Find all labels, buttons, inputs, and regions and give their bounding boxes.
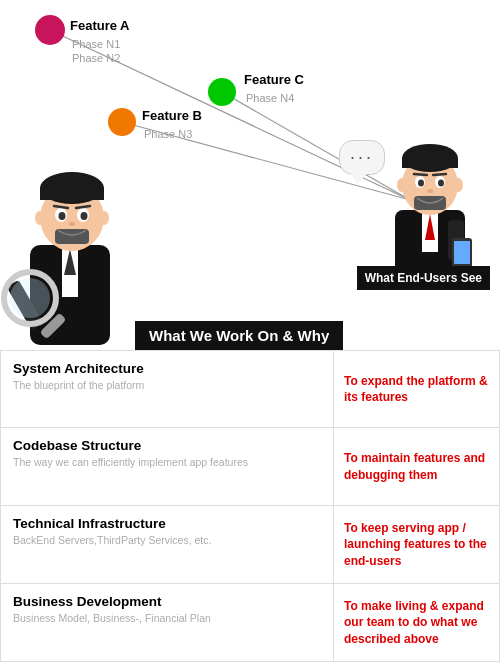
feature-a-phase2: Phase N2 [72, 52, 120, 64]
svg-point-29 [99, 211, 109, 225]
banner-work: What We Work On & Why [135, 321, 343, 350]
row-left: Codebase Structure The way we can effici… [1, 428, 334, 505]
row-right-text: To keep serving app / launching features… [344, 520, 489, 569]
row-left: Business Development Business Model, Bus… [1, 584, 334, 661]
feature-b-phase: Phase N3 [144, 128, 192, 140]
row-left: System Architecture The blueprint of the… [1, 351, 334, 427]
banner-end-users: What End-Users See [357, 266, 490, 290]
row-title: Technical Infrastructure [13, 516, 321, 531]
row-sub: The blueprint of the platform [13, 379, 321, 391]
feature-b-label: Feature B [142, 108, 202, 123]
svg-rect-27 [40, 188, 104, 200]
svg-rect-21 [454, 241, 470, 264]
row-sub: BackEnd Servers,ThirdParty Services, etc… [13, 534, 321, 546]
diagram-area: Feature A Phase N1 Phase N2 Feature B Ph… [0, 0, 500, 350]
row-right-text: To make living & expand our team to do w… [344, 598, 489, 647]
feature-a-phase1: Phase N1 [72, 38, 120, 50]
row-right: To expand the platform & its features [334, 351, 499, 427]
table-row: Codebase Structure The way we can effici… [0, 428, 500, 506]
table-row: Technical Infrastructure BackEnd Servers… [0, 506, 500, 584]
row-right-text: To maintain features and debugging them [344, 450, 489, 482]
table-row: System Architecture The blueprint of the… [0, 350, 500, 428]
info-table: System Architecture The blueprint of the… [0, 350, 500, 662]
row-left: Technical Infrastructure BackEnd Servers… [1, 506, 334, 583]
svg-point-10 [453, 178, 463, 192]
feature-b-dot [108, 108, 136, 136]
svg-point-17 [427, 189, 433, 193]
svg-point-28 [35, 211, 45, 225]
svg-rect-8 [402, 158, 458, 168]
feature-c-label: Feature C [244, 72, 304, 87]
row-title: Codebase Structure [13, 438, 321, 453]
feature-a-dot [35, 15, 65, 45]
svg-point-36 [69, 222, 75, 226]
svg-point-40 [10, 278, 50, 318]
svg-point-14 [438, 180, 444, 187]
row-right: To keep serving app / launching features… [334, 506, 499, 583]
row-title: System Architecture [13, 361, 321, 376]
feature-c-dot [208, 78, 236, 106]
row-right: To maintain features and debugging them [334, 428, 499, 505]
svg-point-13 [418, 180, 424, 187]
svg-point-33 [81, 212, 88, 220]
feature-c-phase: Phase N4 [246, 92, 294, 104]
svg-line-15 [414, 174, 427, 175]
svg-point-32 [59, 212, 66, 220]
row-right-text: To expand the platform & its features [344, 373, 489, 405]
table-row: Business Development Business Model, Bus… [0, 584, 500, 662]
row-sub: The way we can efficiently implement app… [13, 456, 321, 468]
svg-point-9 [397, 178, 407, 192]
character-left [0, 150, 170, 350]
feature-a-label: Feature A [70, 18, 129, 33]
svg-line-16 [433, 174, 446, 175]
row-right: To make living & expand our team to do w… [334, 584, 499, 661]
row-title: Business Development [13, 594, 321, 609]
row-sub: Business Model, Business-, Financial Pla… [13, 612, 321, 624]
